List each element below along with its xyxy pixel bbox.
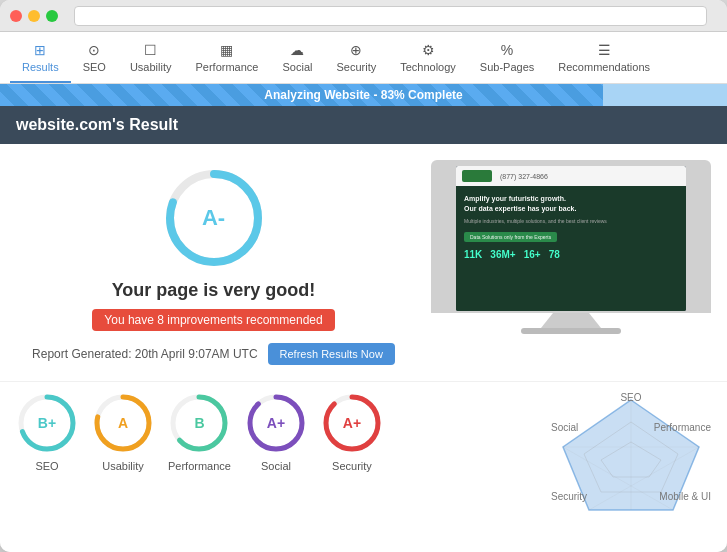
nav-label-seo: SEO xyxy=(83,61,106,73)
minimize-button[interactable] xyxy=(28,10,40,22)
technology-icon: ⚙ xyxy=(422,42,435,58)
security-icon: ⊕ xyxy=(350,42,362,58)
nav-label-social: Social xyxy=(282,61,312,73)
score-circle-security: A+ xyxy=(321,392,383,454)
performance-icon: ▦ xyxy=(220,42,233,58)
nav-item-recommendations[interactable]: ☰ Recommendations xyxy=(546,38,662,83)
refresh-button[interactable]: Refresh Results Now xyxy=(268,343,395,365)
result-title: website.com's Result xyxy=(16,116,178,133)
radar-label-mobile: Mobile & UI xyxy=(659,491,711,502)
seo-icon: ⊙ xyxy=(88,42,100,58)
score-item-social: A+ Social xyxy=(245,392,307,472)
radar-labels: SEO Performance Mobile & UI Security Soc… xyxy=(551,392,711,522)
score-item-performance: B Performance xyxy=(168,392,231,472)
nav-item-security[interactable]: ⊕ Security xyxy=(324,38,388,83)
report-row: Report Generated: 20th April 9:07AM UTC … xyxy=(32,343,395,365)
score-label-performance: Performance xyxy=(168,460,231,472)
score-item-seo: B+ SEO xyxy=(16,392,78,472)
recommendations-icon: ☰ xyxy=(598,42,611,58)
bottom-section: B+ SEO A Usability xyxy=(0,381,727,536)
website-header-bar: (877) 327-4866 xyxy=(456,166,686,186)
right-panel: (877) 327-4866 Amplify your futuristic g… xyxy=(431,160,711,365)
nav-label-technology: Technology xyxy=(400,61,456,73)
website-logo-preview xyxy=(462,170,492,182)
website-subtext: Multiple industries, multiple solutions,… xyxy=(464,218,678,225)
address-bar[interactable] xyxy=(74,6,707,26)
score-label-security: Security xyxy=(332,460,372,472)
report-date: Report Generated: 20th April 9:07AM UTC xyxy=(32,347,257,361)
browser-window: ⊞ Results ⊙ SEO ☐ Usability ▦ Performanc… xyxy=(0,0,727,552)
score-grade-social: A+ xyxy=(267,415,285,431)
nav-item-social[interactable]: ☁ Social xyxy=(270,38,324,83)
main-grade-circle: A- xyxy=(164,168,264,268)
monitor-base xyxy=(521,328,621,334)
results-icon: ⊞ xyxy=(34,42,46,58)
website-cta: Data Solutions only from the Experts xyxy=(464,232,557,242)
score-circle-social: A+ xyxy=(245,392,307,454)
radar-label-seo: SEO xyxy=(620,392,641,403)
monitor-screen: (877) 327-4866 Amplify your futuristic g… xyxy=(456,166,686,311)
nav-label-usability: Usability xyxy=(130,61,172,73)
progress-bar-container: Analyzing Website - 83% Complete xyxy=(0,84,727,106)
website-body: Amplify your futuristic growth.Our data … xyxy=(456,186,686,311)
main-grade-label: A- xyxy=(202,205,225,231)
scores-section: B+ SEO A Usability xyxy=(16,392,551,522)
nav-label-performance: Performance xyxy=(196,61,259,73)
radar-section: SEO Performance Mobile & UI Security Soc… xyxy=(551,392,711,522)
nav-label-security: Security xyxy=(336,61,376,73)
nav-label-results: Results xyxy=(22,61,59,73)
title-bar xyxy=(0,0,727,32)
score-label-social: Social xyxy=(261,460,291,472)
improvements-badge: You have 8 improvements recommended xyxy=(92,309,334,331)
result-header: website.com's Result xyxy=(0,106,727,144)
stat-3: 16+ xyxy=(524,249,541,260)
page-good-text: Your page is very good! xyxy=(112,280,316,301)
social-icon: ☁ xyxy=(290,42,304,58)
website-phone: (877) 327-4866 xyxy=(500,173,548,180)
subpages-icon: % xyxy=(501,42,513,58)
main-content: A- Your page is very good! You have 8 im… xyxy=(0,144,727,552)
monitor-bezel: (877) 327-4866 Amplify your futuristic g… xyxy=(431,160,711,313)
nav-label-recommendations: Recommendations xyxy=(558,61,650,73)
left-panel: A- Your page is very good! You have 8 im… xyxy=(16,160,411,365)
usability-icon: ☐ xyxy=(144,42,157,58)
nav-item-subpages[interactable]: % Sub-Pages xyxy=(468,38,546,83)
nav-items: ⊞ Results ⊙ SEO ☐ Usability ▦ Performanc… xyxy=(10,38,717,83)
radar-label-social: Social xyxy=(551,422,578,433)
score-circle-seo: B+ xyxy=(16,392,78,454)
nav-item-technology[interactable]: ⚙ Technology xyxy=(388,38,468,83)
maximize-button[interactable] xyxy=(46,10,58,22)
score-grade-seo: B+ xyxy=(38,415,56,431)
nav-item-seo[interactable]: ⊙ SEO xyxy=(71,38,118,83)
monitor-stand xyxy=(541,313,601,328)
radar-label-security: Security xyxy=(551,491,587,502)
nav-bar: ⊞ Results ⊙ SEO ☐ Usability ▦ Performanc… xyxy=(0,32,727,84)
progress-text: Analyzing Website - 83% Complete xyxy=(264,88,463,102)
website-headline: Amplify your futuristic growth.Our data … xyxy=(464,194,678,214)
nav-item-results[interactable]: ⊞ Results xyxy=(10,38,71,83)
close-button[interactable] xyxy=(10,10,22,22)
stat-2: 36M+ xyxy=(490,249,515,260)
nav-item-performance[interactable]: ▦ Performance xyxy=(184,38,271,83)
monitor-container: (877) 327-4866 Amplify your futuristic g… xyxy=(431,160,711,334)
website-stats: 11K 36M+ 16+ 78 xyxy=(464,249,678,260)
score-item-security: A+ Security xyxy=(321,392,383,472)
score-grade-usability: A xyxy=(118,415,128,431)
score-label-seo: SEO xyxy=(35,460,58,472)
score-circle-usability: A xyxy=(92,392,154,454)
radar-chart xyxy=(551,392,711,522)
score-grade-performance: B xyxy=(194,415,204,431)
score-circle-performance: B xyxy=(168,392,230,454)
score-grade-security: A+ xyxy=(343,415,361,431)
nav-item-usability[interactable]: ☐ Usability xyxy=(118,38,184,83)
score-label-usability: Usability xyxy=(102,460,144,472)
top-section: A- Your page is very good! You have 8 im… xyxy=(0,144,727,381)
radar-label-performance: Performance xyxy=(654,422,711,433)
nav-label-subpages: Sub-Pages xyxy=(480,61,534,73)
stat-4: 78 xyxy=(549,249,560,260)
score-item-usability: A Usability xyxy=(92,392,154,472)
stat-1: 11K xyxy=(464,249,482,260)
